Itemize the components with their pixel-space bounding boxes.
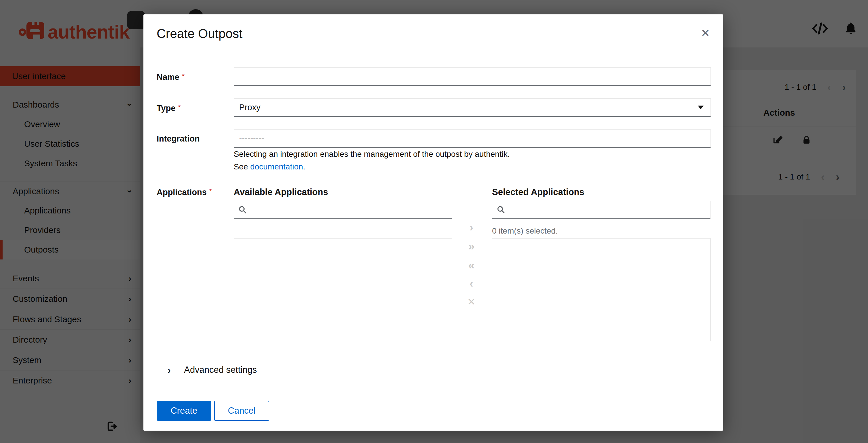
advanced-settings-toggle[interactable]: › Advanced settings — [167, 365, 257, 375]
integration-field-label: Integration — [157, 134, 200, 144]
available-applications-header: Available Applications — [234, 187, 328, 197]
move-selected-left-button[interactable]: ‹ — [465, 278, 478, 289]
move-all-left-button[interactable]: « — [465, 260, 478, 271]
create-outpost-modal: Create Outpost ✕ Name* Type* Proxy Integ… — [144, 14, 723, 431]
selected-search — [492, 201, 711, 218]
create-button[interactable]: Create — [157, 401, 211, 421]
type-field-label: Type* — [157, 103, 181, 113]
move-selected-right-button[interactable]: › — [465, 222, 478, 233]
required-asterisk: * — [182, 72, 185, 81]
integration-help-text: Selecting an integration enables the man… — [234, 148, 509, 173]
type-select[interactable]: Proxy — [234, 98, 711, 117]
selected-applications-list[interactable] — [492, 238, 711, 341]
selected-search-input[interactable] — [509, 205, 706, 214]
advanced-settings-label: Advanced settings — [184, 365, 257, 375]
applications-field-label: Applications* — [157, 187, 212, 197]
close-icon[interactable]: ✕ — [701, 28, 710, 38]
search-icon — [238, 205, 247, 214]
available-search-input[interactable] — [251, 205, 448, 214]
modal-title: Create Outpost — [157, 26, 242, 41]
cancel-button[interactable]: Cancel — [214, 401, 269, 421]
documentation-link[interactable]: documentation — [250, 162, 303, 171]
clear-selection-button[interactable]: ✕ — [465, 297, 478, 307]
available-search — [234, 201, 452, 218]
caret-down-icon — [698, 106, 704, 109]
selected-applications-header: Selected Applications — [492, 187, 584, 197]
type-select-value: Proxy — [239, 103, 260, 112]
available-applications-list[interactable] — [234, 238, 452, 341]
search-icon — [496, 205, 505, 214]
integration-select[interactable]: --------- — [234, 129, 711, 148]
selected-count-label: 0 item(s) selected. — [492, 227, 558, 236]
required-asterisk: * — [209, 187, 212, 196]
name-input[interactable] — [234, 67, 711, 86]
chevron-right-icon: › — [167, 365, 171, 375]
required-asterisk: * — [178, 103, 181, 112]
integration-select-value: --------- — [239, 134, 264, 143]
name-field-label: Name* — [157, 72, 185, 82]
app-screen: authentik User interface Dashboards › Ov… — [0, 0, 868, 443]
move-all-right-button[interactable]: » — [465, 240, 478, 252]
